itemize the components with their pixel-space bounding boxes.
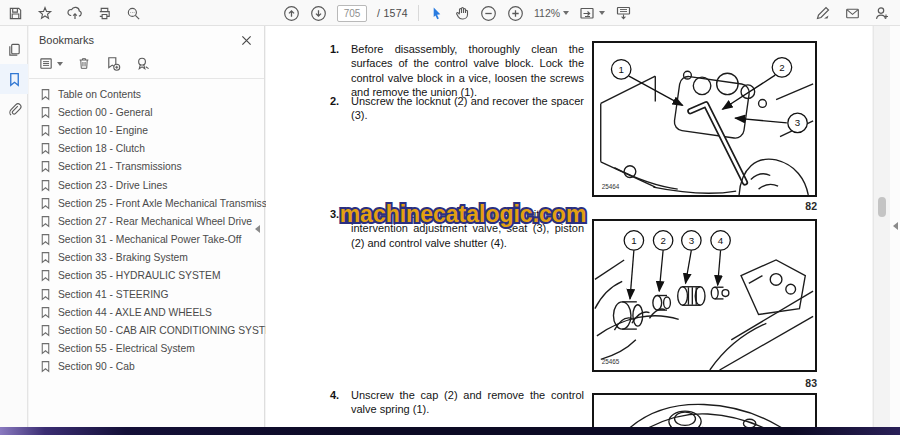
bookmark-item[interactable]: Section 00 - General bbox=[35, 103, 264, 121]
bookmark-item[interactable]: Section 27 - Rear Mechanical Wheel Drive bbox=[35, 212, 264, 230]
step-text: Before disassembly, thoroughly clean the… bbox=[351, 42, 584, 99]
find-current-bookmark-icon[interactable] bbox=[135, 56, 150, 71]
bookmark-icon bbox=[39, 160, 52, 173]
bookmark-icon bbox=[39, 88, 52, 101]
bookmark-item-label: Section 10 - Engine bbox=[58, 125, 148, 136]
hand-tool-icon[interactable] bbox=[454, 5, 470, 21]
scrollbar-thumb[interactable] bbox=[878, 197, 886, 217]
step-number: 2. bbox=[330, 94, 344, 123]
bookmark-item[interactable]: Section 41 - STEERING bbox=[35, 285, 264, 303]
taskbar-edge bbox=[0, 427, 900, 435]
bookmark-icon bbox=[39, 342, 52, 355]
options-icon[interactable] bbox=[39, 56, 63, 71]
bookmark-item[interactable]: Table on Contents bbox=[35, 85, 264, 103]
bookmark-icon bbox=[39, 179, 52, 192]
bookmarks-icon[interactable] bbox=[0, 64, 28, 94]
bookmarks-panel-toolbar bbox=[29, 50, 264, 79]
close-icon[interactable] bbox=[241, 35, 252, 46]
bookmark-icon bbox=[39, 269, 52, 282]
zoom-level-label: 112% bbox=[534, 7, 560, 19]
page-down-icon[interactable] bbox=[310, 5, 327, 22]
toolbar-left-group bbox=[8, 0, 141, 26]
zoom-in-icon[interactable] bbox=[507, 5, 524, 22]
print-icon[interactable] bbox=[97, 6, 112, 21]
bookmark-item[interactable]: Section 23 - Drive Lines bbox=[35, 176, 264, 194]
figure-id-label: 25464 bbox=[602, 183, 620, 190]
bookmark-item-label: Section 50 - CAB AIR CONDITIONING SYSTEM bbox=[58, 325, 281, 336]
fit-width-icon[interactable] bbox=[579, 6, 605, 21]
bookmark-item-label: Section 35 - HYDRAULIC SYSTEM bbox=[58, 270, 221, 281]
figure-page-number: 83 bbox=[592, 377, 817, 389]
bookmark-item[interactable]: Section 90 - Cab bbox=[35, 358, 264, 376]
bookmark-item[interactable]: Section 50 - CAB AIR CONDITIONING SYSTEM bbox=[35, 321, 264, 339]
instruction-step: 3. Remove the cap (1) complete with spee… bbox=[330, 207, 584, 250]
bookmark-item[interactable]: Section 10 - Engine bbox=[35, 121, 264, 139]
share-person-icon[interactable] bbox=[874, 5, 890, 21]
bookmark-item[interactable]: Section 18 - Clutch bbox=[35, 140, 264, 158]
bookmark-item-label: Section 41 - STEERING bbox=[58, 289, 168, 300]
collapse-right-panel-arrow[interactable] bbox=[893, 222, 898, 230]
bookmark-icon bbox=[39, 124, 52, 137]
main-area: Bookmarks Table on Contents bbox=[0, 26, 900, 427]
page-total-label: / 1574 bbox=[377, 7, 408, 19]
step-number: 3. bbox=[330, 207, 344, 250]
bookmark-item-label: Table on Contents bbox=[58, 89, 141, 100]
page-display-icon[interactable] bbox=[615, 5, 632, 21]
chevron-down-icon bbox=[563, 11, 569, 15]
zoom-level-select[interactable]: 112% bbox=[534, 7, 569, 19]
toolbar-right-group bbox=[815, 0, 890, 26]
bookmark-item[interactable]: Section 55 - Electrical System bbox=[35, 340, 264, 358]
bookmark-icon bbox=[39, 142, 52, 155]
instruction-step: 2. Unscrew the locknut (2) and recover t… bbox=[330, 94, 584, 123]
page-up-icon[interactable] bbox=[283, 5, 300, 22]
bookmark-item-label: Section 55 - Electrical System bbox=[58, 343, 195, 354]
bookmark-item[interactable]: Section 33 - Braking System bbox=[35, 249, 264, 267]
bookmark-icon bbox=[39, 233, 52, 246]
fill-sign-icon[interactable] bbox=[815, 5, 831, 21]
figure-callout: 2 bbox=[660, 235, 665, 246]
figure-page-number: 82 bbox=[592, 200, 817, 212]
search-icon[interactable] bbox=[126, 6, 141, 21]
bookmark-item-label: Section 27 - Rear Mechanical Wheel Drive bbox=[58, 216, 252, 227]
share-icon[interactable] bbox=[67, 5, 83, 21]
figure-callout: 4 bbox=[718, 235, 724, 246]
bookmark-item-label: Section 21 - Transmissions bbox=[58, 161, 182, 172]
top-toolbar: / 1574 112% bbox=[0, 0, 900, 26]
step-text: Unscrew the cap (2) and remove the contr… bbox=[351, 388, 584, 417]
zoom-out-icon[interactable] bbox=[480, 5, 497, 22]
step-number: 4. bbox=[330, 388, 344, 417]
attachments-icon[interactable] bbox=[0, 94, 28, 124]
page-thumbnails-icon[interactable] bbox=[0, 34, 28, 64]
bookmarks-panel-title: Bookmarks bbox=[39, 34, 94, 46]
vertical-scrollbar[interactable] bbox=[873, 26, 890, 427]
bookmark-item[interactable]: Section 31 - Mechanical Power Take-Off bbox=[35, 231, 264, 249]
select-cursor-icon[interactable] bbox=[429, 6, 444, 21]
bookmark-item[interactable]: Section 21 - Transmissions bbox=[35, 158, 264, 176]
bookmark-item[interactable]: Section 44 - AXLE AND WHEELS bbox=[35, 303, 264, 321]
bookmark-icon bbox=[39, 197, 52, 210]
bookmarks-panel-header: Bookmarks bbox=[29, 26, 264, 50]
figure-callout: 2 bbox=[779, 62, 784, 73]
bookmark-icon bbox=[39, 215, 52, 228]
figure-callout: 3 bbox=[795, 117, 800, 128]
bookmarks-panel: Bookmarks Table on Contents bbox=[29, 26, 265, 427]
bookmarks-list: Table on Contents Section 00 - General S… bbox=[29, 79, 264, 376]
bookmark-item[interactable]: Section 35 - HYDRAULIC SYSTEM bbox=[35, 267, 264, 285]
page-number-input[interactable] bbox=[337, 5, 367, 22]
delete-bookmark-icon[interactable] bbox=[77, 56, 91, 71]
figure-valve-block-in-vice: 1 2 3 25464 bbox=[592, 41, 817, 197]
step-number: 1. bbox=[330, 42, 344, 99]
new-bookmark-icon[interactable] bbox=[105, 56, 121, 71]
save-icon[interactable] bbox=[8, 6, 23, 21]
star-icon[interactable] bbox=[37, 5, 53, 21]
figure-valve-components-hand: 1 2 3 4 25465 bbox=[592, 219, 817, 372]
step-text: Unscrew the locknut (2) and recover the … bbox=[351, 94, 584, 123]
figure-callout: 3 bbox=[689, 235, 694, 246]
bookmark-item-label: Section 44 - AXLE AND WHEELS bbox=[58, 307, 212, 318]
bookmark-item[interactable]: Section 25 - Front Axle Mechanical Trans… bbox=[35, 194, 264, 212]
chevron-down-icon bbox=[599, 11, 605, 15]
bookmark-item-label: Section 23 - Drive Lines bbox=[58, 180, 167, 191]
collapse-sidebar-arrow[interactable] bbox=[255, 225, 260, 233]
bookmark-icon bbox=[39, 360, 52, 373]
email-icon[interactable] bbox=[844, 6, 861, 21]
